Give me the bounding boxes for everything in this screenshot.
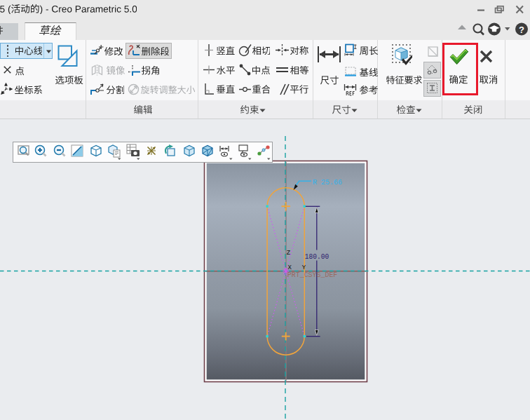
svg-text:Z: Z xyxy=(287,250,291,257)
svg-text:180.00: 180.00 xyxy=(305,252,329,261)
svg-text:R 25.66: R 25.66 xyxy=(313,177,342,187)
svg-text:?: ? xyxy=(519,25,524,35)
svg-text:PRT_CSYS_DEF: PRT_CSYS_DEF xyxy=(287,271,338,279)
